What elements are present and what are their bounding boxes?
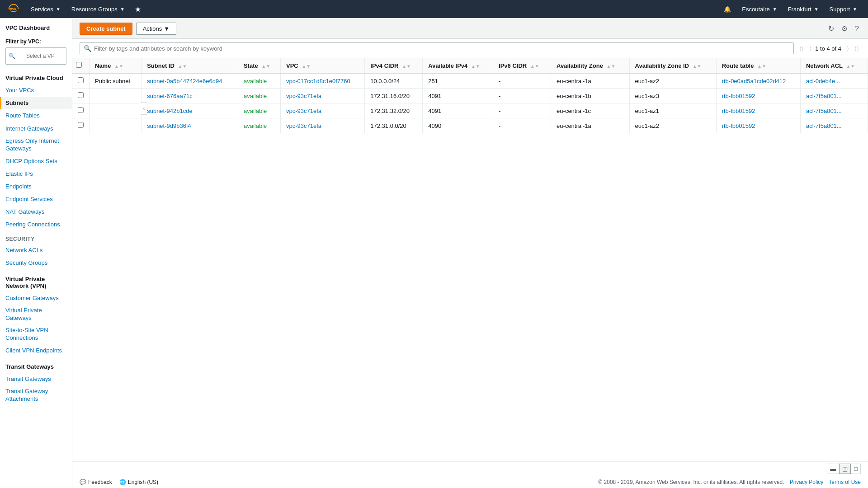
notifications-bell[interactable]: 🔔 [718,0,736,18]
row-route-table-2[interactable]: rtb-fbb01592 [716,103,800,118]
region-menu[interactable]: Frankfurt ▼ [783,0,824,18]
sidebar-item-customer-gateways[interactable]: Customer Gateways [0,292,72,305]
th-state[interactable]: State ▲▼ [238,58,280,73]
th-vpc[interactable]: VPC ▲▼ [281,58,365,73]
region-chevron-icon: ▼ [814,7,819,12]
resource-groups-menu[interactable]: Resource Groups ▼ [66,0,130,18]
sidebar-item-nat-gateways[interactable]: NAT Gateways [0,206,72,218]
sidebar-item-transit-gateways[interactable]: Transit Gateways [0,373,72,385]
th-ipv4-cidr[interactable]: IPv4 CIDR ▲▼ [365,58,423,73]
search-input[interactable] [94,45,790,52]
support-menu[interactable]: Support ▼ [824,0,863,18]
th-network-acl[interactable]: Network ACL ▲▼ [800,58,868,73]
aws-logo[interactable]: aws [5,1,22,17]
top-navigation: aws Services ▼ Resource Groups ▼ ★ 🔔 Esc… [0,0,868,18]
sidebar-item-endpoints[interactable]: Endpoints [0,180,72,193]
row-state-0: available [238,73,280,89]
app-layout: VPC Dashboard Filter by VPC: 🔍 Virtual P… [0,18,868,488]
privacy-policy-link[interactable]: Privacy Policy [790,479,824,485]
view-split-left-button[interactable]: ▬ [827,464,839,474]
table-row[interactable]: subnet-676aa71c available vpc-93c71efa 1… [72,89,868,103]
sidebar-item-internet-gateways[interactable]: Internet Gateways [0,122,72,135]
sidebar-item-security-groups[interactable]: Security Groups [0,257,72,269]
sidebar-item-elastic-ips[interactable]: Elastic IPs [0,168,72,180]
row-network-acl-1[interactable]: acl-7f5a801... [800,89,868,103]
row-vpc-2[interactable]: vpc-93c71efa [281,103,365,118]
row-network-acl-2[interactable]: acl-7f5a801... [800,103,868,118]
row-vpc-3[interactable]: vpc-93c71efa [281,118,365,133]
row-network-acl-0[interactable]: acl-0deb4e... [800,73,868,89]
th-az-id[interactable]: Availability Zone ID ▲▼ [629,58,716,73]
pagination-first-button[interactable]: ⟨⟨ [797,44,806,53]
th-az[interactable]: Availability Zone ▲▼ [551,58,629,73]
pagination-last-button[interactable]: ⟩⟩ [853,44,861,53]
row-network-acl-3[interactable]: acl-7f5a801... [800,118,868,133]
help-button[interactable]: ? [853,23,861,35]
select-all-checkbox-header[interactable] [72,58,90,73]
table-row[interactable]: subnet-942b1cde available vpc-93c71efa 1… [72,103,868,118]
row-checkbox-3[interactable] [72,118,90,133]
favorites-star[interactable]: ★ [130,0,146,18]
view-split-button[interactable]: ◫ [839,464,851,474]
support-chevron-icon: ▼ [853,7,857,12]
th-available-ipv4[interactable]: Available IPv4 ▲▼ [423,58,493,73]
th-ipv6-cidr[interactable]: IPv6 CIDR ▲▼ [493,58,551,73]
settings-button[interactable]: ⚙ [840,23,849,35]
sidebar-item-network-acls[interactable]: Network ACLs [0,244,72,257]
bell-icon: 🔔 [724,6,731,13]
row-route-table-3[interactable]: rtb-fbb01592 [716,118,800,133]
services-menu[interactable]: Services ▼ [25,0,66,18]
vpc-select-input[interactable] [23,51,58,61]
language-selector[interactable]: 🌐 English (US) [119,479,158,485]
feedback-icon: 💬 [80,479,86,485]
pagination-bar: ⟨⟨ ⟨ 1 to 4 of 4 ⟩ ⟩⟩ [797,44,861,53]
refresh-button[interactable]: ↻ [826,23,836,35]
create-subnet-button[interactable]: Create subnet [80,23,132,35]
terms-of-use-link[interactable]: Terms of Use [829,479,861,485]
row-ipv4-cidr-3: 172.31.0.0/20 [365,118,423,133]
sidebar-collapse-toggle[interactable]: ‹ [141,102,147,115]
sidebar-item-site-to-site[interactable]: Site-to-Site VPN Connections [0,324,72,344]
sidebar-item-peering[interactable]: Peering Connections [0,218,72,231]
th-route-table[interactable]: Route table ▲▼ [716,58,800,73]
sidebar-item-subnets[interactable]: Subnets [0,97,72,109]
row-route-table-1[interactable]: rtb-fbb01592 [716,89,800,103]
svg-text:aws: aws [9,7,16,11]
sidebar-item-tgw-attachments[interactable]: Transit Gateway Attachments [0,385,72,405]
sidebar-item-your-vpcs[interactable]: Your VPCs [0,84,72,97]
table-row[interactable]: Public subnet subnet-0a5b447424e6e6d94 a… [72,73,868,89]
table-row[interactable]: subnet-9d9b36f4 available vpc-93c71efa 1… [72,118,868,133]
th-subnet-id[interactable]: Subnet ID ▲▼ [142,58,238,73]
sidebar-item-client-vpn[interactable]: Client VPN Endpoints [0,344,72,357]
row-name-0: Public subnet [90,73,142,89]
sidebar-dashboard-title: VPC Dashboard [0,18,72,34]
row-vpc-0[interactable]: vpc-017cc1d8c1e0f7760 [281,73,365,89]
row-checkbox-1[interactable] [72,89,90,103]
sidebar-item-dhcp[interactable]: DHCP Options Sets [0,155,72,168]
row-route-table-0[interactable]: rtb-0e0ad5a1cde02d412 [716,73,800,89]
row-az-id-0: euc1-az2 [629,73,716,89]
th-name[interactable]: Name ▲▼ [90,58,142,73]
user-menu[interactable]: Escoutaire ▼ [736,0,782,18]
select-all-checkbox[interactable] [76,62,82,68]
row-subnet-id-3[interactable]: subnet-9d9b36f4 [142,118,238,133]
row-subnet-id-0[interactable]: subnet-0a5b447424e6e6d94 [142,73,238,89]
row-state-2: available [238,103,280,118]
row-subnet-id-2[interactable]: subnet-942b1cde [142,103,238,118]
pagination-prev-button[interactable]: ⟨ [807,44,813,53]
row-avail-ipv4-0: 251 [423,73,493,89]
sidebar-item-egress-only[interactable]: Egress Only Internet Gateways [0,135,72,155]
view-full-button[interactable]: □ [851,464,861,474]
row-vpc-1[interactable]: vpc-93c71efa [281,89,365,103]
sidebar-item-route-tables[interactable]: Route Tables [0,109,72,122]
sidebar-item-virtual-private-gateways[interactable]: Virtual Private Gateways [0,305,72,324]
row-az-id-1: euc1-az3 [629,89,716,103]
action-bar: Create subnet Actions ▼ ↻ ⚙ ? [72,18,868,39]
row-checkbox-0[interactable] [72,73,90,89]
row-subnet-id-1[interactable]: subnet-676aa71c [142,89,238,103]
actions-button[interactable]: Actions ▼ [136,23,177,35]
sidebar-item-endpoint-services[interactable]: Endpoint Services [0,193,72,206]
pagination-next-button[interactable]: ⟩ [845,44,851,53]
row-checkbox-2[interactable] [72,103,90,118]
feedback-button[interactable]: 💬 Feedback [80,479,112,485]
